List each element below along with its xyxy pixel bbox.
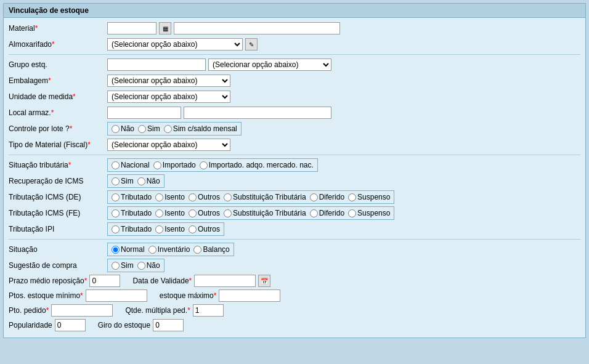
divider-3 [9,239,580,240]
qtde-multipla-col: Qtde. múltipla ped.* [125,304,223,317]
de-suspenso-item: Suspenso [348,193,390,201]
fe-outros-radio[interactable] [189,209,197,217]
grupo-estq-input[interactable] [107,59,206,71]
ipi-tributado-label: Tributado [121,225,152,233]
tipo-material-label: Tipo de Material (Fiscal)* [9,140,107,149]
controle-sim-radio[interactable] [138,125,146,133]
sc-nao-label: Não [147,261,160,270]
prazo-medio-input[interactable] [89,275,120,287]
almoxarifado-select[interactable]: (Selecionar opção abaixo) [107,38,243,51]
rec-nao-radio[interactable] [137,177,145,185]
local-armaz-controls [107,107,331,119]
qtde-multipla-input[interactable] [193,304,224,317]
estoque-maximo-input[interactable] [219,289,280,302]
controle-nao-radio[interactable] [112,125,120,133]
de-diferido-label: Diferido [319,193,344,201]
situacao-tributaria-controls: Nacional Importado Importado. adqo. merc… [107,158,318,172]
data-validade-input[interactable] [194,275,256,287]
ipi-tributado-radio[interactable] [112,225,120,233]
giro-estoque-col: Giro do estoque [98,319,184,331]
fe-suspenso-label: Suspenso [357,209,390,217]
st-nacional-radio[interactable] [112,161,120,169]
fe-suspenso-radio[interactable] [348,209,356,217]
de-isento-item: Isento [155,193,185,201]
st-importado-radio[interactable] [153,161,161,169]
sit-balanco-label: Balanço [203,245,229,254]
sit-inventario-label: Inventário [158,245,190,254]
estoque-minimo-input[interactable] [86,289,147,302]
controle-sim-label: Sim [147,124,160,133]
fe-subst-radio[interactable] [224,209,232,217]
de-subst-radio[interactable] [224,193,232,201]
unidade-medida-label: Unidade de medida* [9,92,107,101]
st-nacional-item: Nacional [112,161,150,169]
section-title: Vinculação de estoque [4,4,585,18]
grupo-estq-select[interactable]: (Selecionar opção abaixo) [208,59,331,71]
controle-sim-saldo-radio[interactable] [164,125,172,133]
sit-balanco-radio[interactable] [193,246,201,254]
validade-col: Data de Validade* 📅 [132,275,270,287]
de-outros-label: Outros [198,193,220,201]
situacao-tributaria-label: Situação tributária* [9,161,107,169]
material-controls: ▦ [107,22,340,34]
embalagem-row: Embalagem* (Selecionar opção abaixo) [9,74,580,87]
de-tributado-radio[interactable] [112,193,120,201]
rec-sim-radio[interactable] [112,177,120,185]
de-isento-radio[interactable] [155,193,163,201]
unidade-medida-select[interactable]: (Selecionar opção abaixo) [107,91,230,103]
sc-sim-radio[interactable] [112,262,120,270]
sc-nao-radio[interactable] [137,262,145,270]
almoxarifado-row: Almoxarifado* (Selecionar opção abaixo) … [9,38,580,51]
embalagem-select[interactable]: (Selecionar opção abaixo) [107,75,230,87]
sit-normal-item: Normal [112,245,145,254]
recuperacao-icms-group: Sim Não [107,174,165,188]
sugestao-compra-label: Sugestão de compra [9,261,107,270]
material-name-input[interactable] [174,22,340,34]
pto-pedido-input[interactable] [51,304,113,317]
rec-nao-item: Não [137,177,160,185]
popularidade-col: Popularidade [9,319,86,331]
fe-tributado-radio[interactable] [112,209,120,217]
de-diferido-radio[interactable] [310,193,318,201]
grupo-estq-label: Grupo estq. [9,60,107,69]
situacao-row: Situação Normal Inventário Balanço [9,243,580,256]
de-outros-radio[interactable] [189,193,197,201]
fe-outros-label: Outros [198,209,220,217]
st-importado-item: Importado [153,161,196,169]
divider-2 [9,155,580,155]
estoque-min-col: Ptos. estoque mínimo* [9,289,147,302]
recuperacao-icms-row: Recuperação de ICMS Sim Não [9,174,580,188]
fe-diferido-radio[interactable] [310,209,318,217]
prazo-col: Prazo médio reposição* [9,275,120,287]
ipi-isento-radio[interactable] [155,225,163,233]
popularidade-input[interactable] [55,319,86,331]
de-suspenso-radio[interactable] [348,193,356,201]
data-validade-calendar-button[interactable]: 📅 [258,275,270,287]
material-lookup-button[interactable]: ▦ [159,22,171,34]
estoque-row: Ptos. estoque mínimo* estoque máximo* [9,289,580,302]
embalagem-controls: (Selecionar opção abaixo) [107,75,230,87]
material-input[interactable] [107,22,156,34]
ipi-outros-radio[interactable] [189,225,197,233]
fe-diferido-label: Diferido [319,209,344,217]
fe-isento-radio[interactable] [155,209,163,217]
tipo-material-select[interactable]: (Selecionar opção abaixo) [107,139,230,151]
st-importado-label: Importado [163,161,196,169]
giro-estoque-input[interactable] [153,319,184,331]
local-armaz-input1[interactable] [107,107,181,119]
almoxarifado-edit-button[interactable]: ✎ [245,38,258,51]
controle-lote-controls: Não Sim Sim c/saldo mensal [107,122,242,135]
local-armaz-input2[interactable] [184,107,331,119]
de-tributado-item: Tributado [112,193,152,201]
trib-icms-fe-row: Tributação ICMS (FE) Tributado Isento Ou… [9,206,580,220]
sugestao-compra-group: Sim Não [107,259,165,272]
st-importado-adqo-radio[interactable] [200,161,208,169]
sit-inventario-radio[interactable] [148,246,156,254]
sc-sim-label: Sim [121,261,134,270]
sugestao-compra-row: Sugestão de compra Sim Não [9,259,580,272]
sit-normal-radio[interactable] [112,246,120,254]
de-tributado-label: Tributado [121,193,152,201]
local-armaz-label: Local armaz.* [9,108,107,117]
controle-lote-group: Não Sim Sim c/saldo mensal [107,122,242,135]
controle-lote-label: Controle por lote ?* [9,124,107,133]
